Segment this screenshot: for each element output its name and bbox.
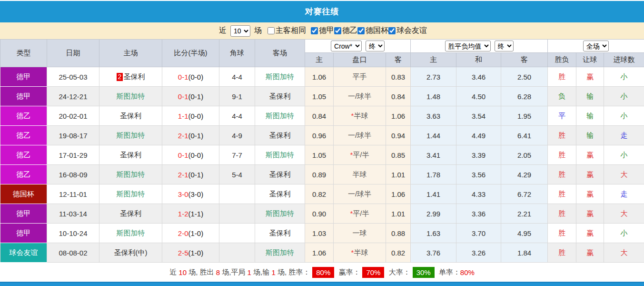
corners-cell: 7-7	[219, 145, 255, 165]
avg-lose-cell: 6.41	[501, 126, 548, 145]
summary-text: 大率：	[386, 268, 410, 277]
home-team-cell: 圣保利	[99, 145, 162, 165]
table-controls-row: 类型 日期 主场 比分(半场) 角球 客场 Crow*终 胜平负均值终 全场	[0, 40, 644, 53]
result-handicap-cell: 赢	[576, 224, 604, 243]
result-handicap-cell: 赢	[576, 184, 604, 204]
away-team-name: 斯图加特	[266, 248, 294, 256]
result-handicap-cell: 输	[576, 106, 604, 126]
home-team-name: 圣保利	[120, 151, 141, 159]
same-venue-checkbox[interactable]	[268, 27, 275, 34]
odds-company-select[interactable]: Crow*	[331, 41, 362, 51]
league-label: 德乙	[342, 26, 357, 36]
league-filter-option[interactable]: 球会友谊	[388, 26, 427, 36]
handicap-odds-away-cell: 1.06	[386, 106, 411, 126]
avg-win-cell: 1.41	[411, 184, 456, 204]
same-venue-option[interactable]: 主客相同	[268, 26, 306, 36]
handicap-odds-home-cell: 1.05	[305, 87, 334, 106]
handicap-odds-away-cell: 1.01	[386, 165, 411, 184]
home-team-cell: 斯图加特	[99, 165, 162, 184]
home-team-name: 圣保利(中)	[114, 248, 148, 256]
score-cell: 2-5(1-0)	[162, 243, 219, 263]
avg-lose-cell: 2.50	[501, 67, 548, 87]
league-checkbox[interactable]	[334, 27, 341, 34]
handicap-line: 一/球半	[348, 131, 371, 139]
corners-cell: 9-1	[219, 87, 255, 106]
handicap-odds-away-cell: 1.01	[386, 204, 411, 224]
home-team-name: 斯图加特	[117, 92, 145, 100]
table-row: 德甲 10-10-24 斯图加特 2-0(1-0) 圣保利 1.03 一球 0.…	[0, 224, 644, 243]
summary-value: 70%	[362, 267, 384, 278]
league-filter-option[interactable]: 德甲	[311, 26, 334, 36]
score-cell: 0-1(0-0)	[162, 67, 219, 87]
result-wdl-cell: 胜	[548, 145, 576, 165]
avg-draw-cell: 3.70	[456, 224, 501, 243]
recent-count-select[interactable]: 10	[230, 25, 250, 37]
subheader-result: 胜负	[548, 53, 576, 67]
avg-time-select[interactable]: 终	[495, 41, 514, 51]
league-label: 德国杯	[366, 26, 388, 36]
match-date-cell: 16-08-09	[47, 165, 99, 184]
avg-draw-cell: 3.46	[456, 67, 501, 87]
half-time-score: (0-0)	[188, 151, 204, 159]
handicap-odds-home-cell: 0.82	[305, 184, 334, 204]
avg-metric-select[interactable]: 胜平负均值	[445, 41, 491, 51]
handicap-odds-home-cell: 0.89	[305, 165, 334, 184]
result-handicap-cell: 赢	[576, 204, 604, 224]
league-filter-option[interactable]: 德国杯	[357, 26, 388, 36]
league-filters: 德甲德乙德国杯球会友谊	[311, 26, 427, 36]
match-type-cell: 德甲	[0, 224, 47, 243]
avg-lose-cell: 1.95	[501, 106, 548, 126]
handicap-odds-away-cell: 0.85	[386, 145, 411, 165]
avg-lose-cell: 4.95	[501, 224, 548, 243]
home-team-name: 斯图加特	[117, 229, 145, 237]
league-checkbox[interactable]	[357, 27, 365, 34]
avg-lose-cell: 2.05	[501, 145, 548, 165]
match-date-cell: 11-03-14	[47, 204, 99, 224]
league-checkbox[interactable]	[311, 27, 318, 34]
score-cell: 0-1(0-1)	[162, 87, 219, 106]
page-title: 对赛往绩	[305, 6, 339, 17]
handicap-line: 一/球半	[348, 190, 371, 198]
away-team-cell: 斯图加特	[255, 145, 305, 165]
summary-text: 场, 胜率：	[276, 268, 310, 277]
bottom-bar	[0, 282, 644, 286]
table-row: 德甲 25-05-03 2圣保利 0-1(0-0) 4-4 斯图加特 1.06 …	[0, 67, 644, 87]
result-wdl-cell: 胜	[548, 243, 576, 263]
result-goals-cell: 走	[604, 184, 644, 204]
league-checkbox[interactable]	[388, 27, 396, 34]
handicap-line: 平/半	[353, 209, 369, 217]
result-goals-cell: 大	[604, 204, 644, 224]
half-time-score: (1-1)	[188, 210, 204, 218]
corners-cell	[219, 204, 255, 224]
subheader-goals: 进球数	[604, 53, 644, 67]
match-date-cell: 12-11-01	[47, 184, 99, 204]
odds-time-select[interactable]: 终	[366, 41, 385, 51]
match-date-cell: 25-05-03	[47, 67, 99, 87]
half-time-score: (0-0)	[188, 73, 204, 81]
handicap-line: 平/半	[353, 151, 369, 159]
match-date-cell: 20-02-01	[47, 106, 99, 126]
score-cell: 1-1(0-0)	[162, 106, 219, 126]
handicap-odds-away-cell: 0.88	[386, 224, 411, 243]
scope-select[interactable]: 全场	[583, 41, 609, 51]
scope-controls-cell: 全场	[548, 40, 644, 53]
summary-value: 80%	[460, 268, 475, 276]
filter-bar: 近 10 场 主客相同 德甲德乙德国杯球会友谊	[0, 22, 644, 39]
full-time-score: 2-5	[178, 249, 188, 257]
away-team-name: 圣保利	[269, 131, 291, 139]
away-team-cell: 圣保利	[255, 87, 305, 106]
half-time-score: (1-0)	[188, 249, 204, 257]
handicap-line-cell: 半球	[334, 165, 386, 184]
summary-text: 近	[169, 268, 178, 277]
result-goals-cell: 走	[604, 126, 644, 145]
home-team-cell: 2圣保利	[99, 67, 162, 87]
result-goals-cell: 小	[604, 145, 644, 165]
handicap-line-cell: *半球	[334, 243, 386, 263]
away-team-name: 斯图加特	[266, 72, 294, 81]
full-time-score: 3-0	[178, 190, 188, 198]
summary-text: 单率：	[437, 268, 460, 277]
league-filter-option[interactable]: 德乙	[334, 26, 357, 36]
home-team-cell: 圣保利	[99, 204, 162, 224]
handicap-odds-away-cell: 0.84	[386, 87, 411, 106]
result-wdl-cell: 胜	[548, 204, 576, 224]
